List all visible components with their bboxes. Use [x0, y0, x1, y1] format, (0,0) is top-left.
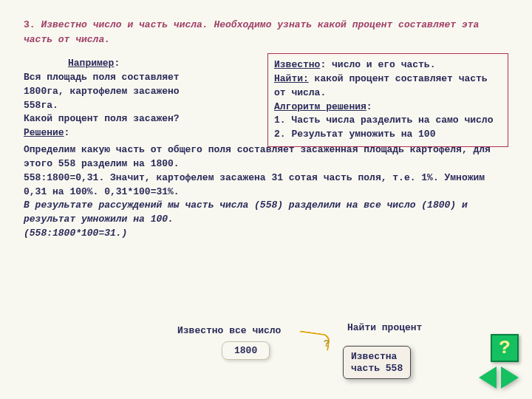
example-line-3: 558га.: [24, 99, 260, 113]
solution-p4: (558:1800*100=31.): [24, 227, 508, 241]
solution-p1: Определим какую часть от общего поля сос…: [24, 143, 508, 171]
solution-p2: 558:1800=0,31. Значит, картофелем засаже…: [24, 171, 508, 200]
known-part-box: Известна часть 558: [343, 346, 411, 379]
question-mark: ?: [324, 338, 330, 349]
known-label: Известно: [274, 59, 320, 70]
known-part-label: Известна: [351, 351, 397, 362]
known-text: : число и его часть.: [320, 59, 435, 70]
known-part-value: часть 558: [351, 363, 403, 374]
algorithm-box: Известно: число и его часть. Найти: како…: [267, 53, 508, 147]
algorithm-label: Алгоритм решения: [274, 101, 366, 112]
solution-p3: В результате рассуждений мы часть числа …: [24, 199, 508, 227]
solution-label: Решение: [24, 127, 64, 138]
example-line-2: 1800га, картофелем засажено: [24, 85, 260, 99]
algorithm-step-1: 1. Часть числа разделить на само число: [274, 114, 502, 128]
prev-button[interactable]: [479, 366, 497, 389]
find-label: Найти:: [274, 73, 309, 84]
next-button[interactable]: [501, 366, 519, 389]
task-title: Известно число и часть числа. Необходимо…: [24, 19, 479, 45]
find-percent-label: Найти процент: [347, 322, 422, 333]
help-button[interactable]: ?: [491, 334, 519, 362]
example-line-4: Какой процент поля засажен?: [24, 112, 260, 126]
example-line-1: Вся площадь поля составляет: [24, 71, 260, 85]
task-number: 3.: [24, 19, 35, 30]
algorithm-step-2: 2. Результат умножить на 100: [274, 128, 502, 142]
known-number-box: 1800: [222, 341, 270, 360]
example-label: Например: [68, 58, 114, 69]
nav-controls: ?: [479, 334, 519, 389]
known-number-label: Известно все число: [177, 325, 281, 336]
